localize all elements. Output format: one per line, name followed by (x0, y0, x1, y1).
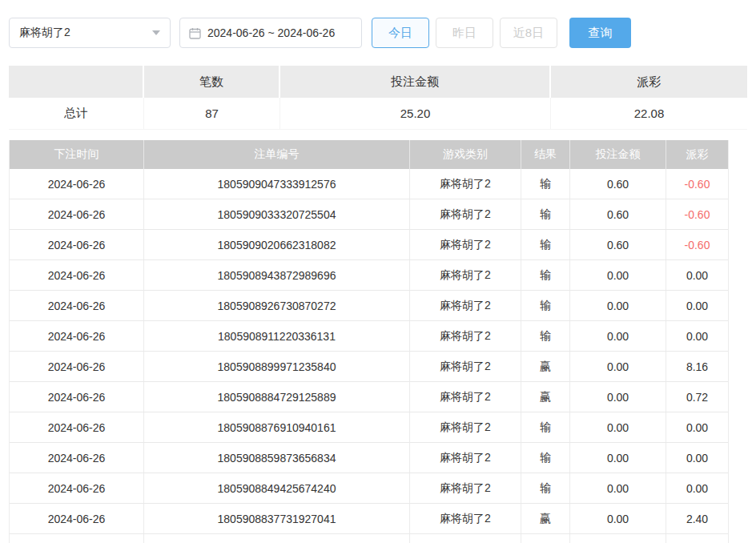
cell-bet-time: 2024-06-26 (10, 382, 144, 412)
cell-result: 输 (521, 199, 570, 229)
summary-header-count: 笔数 (144, 66, 280, 98)
cell-order-id: 1805908899971235840 (144, 352, 410, 381)
cell-payout: 0.00 (666, 291, 728, 320)
cell-order-id: 1805908876910940161 (144, 412, 410, 442)
cell-order-id: 1805908943872989696 (144, 260, 410, 290)
bet-table-header: 下注时间 注单编号 游戏类别 结果 投注金额 派彩 (10, 140, 728, 169)
cell-order-id: 1805909047333912576 (144, 169, 410, 199)
cell-result: 输 (521, 169, 570, 199)
quick-filter-last8days[interactable]: 近8日 (500, 18, 557, 48)
table-row: 2024-06-261805908849425674240麻将胡了2输0.000… (10, 473, 728, 504)
table-row: 2024-06-261805908926730870272麻将胡了2输0.000… (10, 291, 728, 321)
cell-result: 输 (521, 291, 570, 320)
cell-bet-amount: 0.60 (570, 169, 666, 199)
cell-bet-time: 2024-06-26 (10, 169, 144, 199)
bet-records-page: 麻将胡了2 2024-06-26 ~ 2024-06-26 今日昨日近8日 查询… (0, 0, 756, 543)
summary-total-count: 87 (144, 98, 280, 130)
cell-bet-time: 2024-06-26 (10, 352, 144, 381)
cell-payout: 2.40 (666, 504, 728, 533)
table-row: 2024-06-261805909047333912576麻将胡了2输0.60-… (10, 169, 728, 199)
chevron-down-icon (152, 30, 160, 35)
filter-bar: 麻将胡了2 2024-06-26 ~ 2024-06-26 今日昨日近8日 查询 (9, 18, 747, 48)
cell-bet-time: 2024-06-26 (10, 473, 144, 503)
table-row: 2024-06-261805908911220336131麻将胡了2输0.000… (10, 321, 728, 352)
col-header-payout: 派彩 (666, 140, 728, 169)
date-range-picker[interactable]: 2024-06-26 ~ 2024-06-26 (179, 18, 362, 48)
cell-game-type: 麻将胡了2 (410, 412, 521, 442)
summary-total-label: 总计 (9, 98, 144, 130)
cell-game-type: 麻将胡了2 (410, 260, 521, 290)
summary-header-bet-amount: 投注金额 (280, 66, 551, 98)
cell-payout (666, 534, 728, 543)
cell-order-id: 1805908911220336131 (144, 321, 410, 351)
cell-game-type: 麻将胡了2 (410, 321, 521, 351)
summary-header-empty (9, 66, 144, 98)
cell-bet-amount: 0.00 (570, 352, 666, 381)
cell-game-type: 麻将胡了2 (410, 230, 521, 259)
cell-payout: -0.60 (666, 169, 728, 199)
table-row: 2024-06-261805909020662318082麻将胡了2输0.60-… (10, 230, 728, 260)
cell-payout: 0.00 (666, 443, 728, 473)
cell-order-id: 1805908849425674240 (144, 473, 410, 503)
date-range-value: 2024-06-26 ~ 2024-06-26 (207, 26, 335, 39)
cell-payout: 8.16 (666, 352, 728, 381)
bet-table: 下注时间 注单编号 游戏类别 结果 投注金额 派彩 2024-06-261805… (9, 140, 729, 543)
cell-payout: 0.00 (666, 412, 728, 442)
table-row: 2024-06-261805908943872989696麻将胡了2输0.000… (10, 260, 728, 291)
summary-total-payout: 22.08 (551, 98, 747, 130)
bet-table-body: 2024-06-261805909047333912576麻将胡了2输0.60-… (10, 169, 728, 543)
search-button[interactable]: 查询 (569, 18, 631, 48)
cell-game-type: 麻将胡了2 (410, 443, 521, 473)
game-select-value: 麻将胡了2 (19, 26, 70, 40)
table-row-partial (10, 534, 728, 543)
cell-bet-amount: 0.00 (570, 321, 666, 351)
quick-filter-today[interactable]: 今日 (372, 18, 429, 48)
cell-result (521, 534, 570, 543)
cell-bet-amount: 0.00 (570, 260, 666, 290)
cell-result: 输 (521, 412, 570, 442)
table-row: 2024-06-261805909033320725504麻将胡了2输0.60-… (10, 199, 728, 230)
cell-order-id: 1805908884729125889 (144, 382, 410, 412)
summary-header-row: 笔数 投注金额 派彩 (9, 66, 747, 98)
cell-order-id: 1805909033320725504 (144, 199, 410, 229)
quick-filter-yesterday[interactable]: 昨日 (436, 18, 493, 48)
cell-bet-time: 2024-06-26 (10, 199, 144, 229)
cell-game-type: 麻将胡了2 (410, 291, 521, 320)
table-row: 2024-06-261805908884729125889麻将胡了2赢0.000… (10, 382, 728, 412)
game-select[interactable]: 麻将胡了2 (9, 18, 171, 48)
cell-bet-amount: 0.00 (570, 412, 666, 442)
cell-game-type: 麻将胡了2 (410, 352, 521, 381)
table-row: 2024-06-261805908837731927041麻将胡了2赢0.002… (10, 504, 728, 534)
cell-order-id (144, 534, 410, 543)
calendar-icon (189, 27, 201, 39)
summary-total-bet-amount: 25.20 (280, 98, 551, 130)
cell-result: 输 (521, 443, 570, 473)
cell-result: 赢 (521, 382, 570, 412)
cell-game-type: 麻将胡了2 (410, 504, 521, 533)
cell-bet-amount (570, 534, 666, 543)
cell-result: 赢 (521, 504, 570, 533)
cell-game-type: 麻将胡了2 (410, 169, 521, 199)
cell-bet-amount: 0.60 (570, 199, 666, 229)
summary-total-row: 总计 87 25.20 22.08 (9, 98, 747, 130)
cell-game-type: 麻将胡了2 (410, 473, 521, 503)
cell-game-type: 麻将胡了2 (410, 382, 521, 412)
table-row: 2024-06-261805908899971235840麻将胡了2赢0.008… (10, 352, 728, 382)
cell-bet-amount: 0.00 (570, 291, 666, 320)
cell-order-id: 1805908926730870272 (144, 291, 410, 320)
cell-bet-time: 2024-06-26 (10, 260, 144, 290)
col-header-bet-amount: 投注金额 (570, 140, 666, 169)
cell-result: 输 (521, 473, 570, 503)
cell-result: 输 (521, 260, 570, 290)
cell-payout: 0.72 (666, 382, 728, 412)
cell-bet-amount: 0.60 (570, 230, 666, 259)
summary-table: 笔数 投注金额 派彩 总计 87 25.20 22.08 (9, 66, 747, 130)
cell-game-type: 麻将胡了2 (410, 199, 521, 229)
cell-result: 输 (521, 321, 570, 351)
cell-payout: 0.00 (666, 260, 728, 290)
cell-payout: 0.00 (666, 321, 728, 351)
col-header-bet-time: 下注时间 (10, 140, 144, 169)
cell-bet-time: 2024-06-26 (10, 321, 144, 351)
quick-filter-group: 今日昨日近8日 (372, 18, 557, 48)
cell-bet-time: 2024-06-26 (10, 291, 144, 320)
